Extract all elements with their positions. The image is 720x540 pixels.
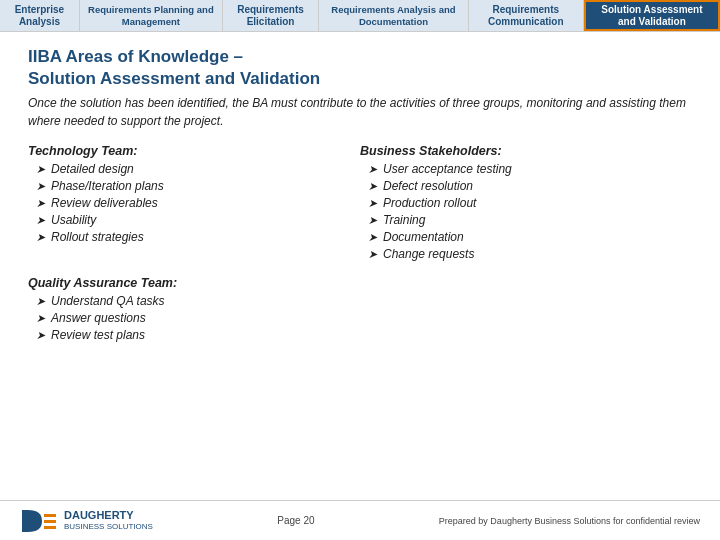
- intro-paragraph: Once the solution has been identified, t…: [28, 94, 692, 130]
- nav-label-req-elicit: Requirements Elicitation: [231, 4, 310, 28]
- svg-rect-0: [22, 510, 28, 532]
- nav-item-req-elicit[interactable]: Requirements Elicitation: [223, 0, 319, 31]
- list-item: ➤ Usability: [28, 213, 360, 227]
- arrow-icon: ➤: [36, 312, 45, 325]
- svg-rect-3: [44, 514, 56, 517]
- main-content: IIBA Areas of Knowledge – Solution Asses…: [0, 32, 720, 355]
- list-item: ➤ Documentation: [360, 230, 692, 244]
- arrow-icon: ➤: [36, 214, 45, 227]
- arrow-icon: ➤: [368, 163, 377, 176]
- footer-prepared-by: Prepared by Daugherty Business Solutions…: [439, 516, 700, 526]
- list-item: ➤ Phase/Iteration plans: [28, 179, 360, 193]
- logo-text-group: DAUGHERTY BUSINESS SOLUTIONS: [64, 509, 153, 532]
- arrow-icon: ➤: [36, 197, 45, 210]
- list-item: ➤ Detailed design: [28, 162, 360, 176]
- technology-team-col: Technology Team: ➤ Detailed design ➤ Pha…: [28, 144, 360, 264]
- list-item: ➤ Defect resolution: [360, 179, 692, 193]
- technology-team-title: Technology Team:: [28, 144, 360, 158]
- arrow-icon: ➤: [36, 329, 45, 342]
- business-stakeholders-title: Business Stakeholders:: [360, 144, 692, 158]
- logo-line2: BUSINESS SOLUTIONS: [64, 522, 153, 532]
- list-item: ➤ Change requests: [360, 247, 692, 261]
- nav-label-req-comm: Requirements Communication: [477, 4, 575, 28]
- list-item: ➤ Training: [360, 213, 692, 227]
- arrow-icon: ➤: [368, 197, 377, 210]
- list-item: ➤ Rollout strategies: [28, 230, 360, 244]
- page-title: IIBA Areas of Knowledge – Solution Asses…: [28, 46, 692, 90]
- footer-logo: DAUGHERTY BUSINESS SOLUTIONS: [20, 506, 153, 536]
- arrow-icon: ➤: [368, 214, 377, 227]
- arrow-icon: ➤: [36, 163, 45, 176]
- logo-line1: DAUGHERTY: [64, 509, 153, 522]
- qa-team-section: Quality Assurance Team: ➤ Understand QA …: [28, 276, 692, 342]
- nav-label-solution: Solution Assessment and Validation: [594, 4, 710, 28]
- list-item: ➤ Production rollout: [360, 196, 692, 210]
- main-columns: Technology Team: ➤ Detailed design ➤ Pha…: [28, 144, 692, 264]
- nav-item-req-planning[interactable]: Requirements Planning and Management: [80, 0, 223, 31]
- nav-item-enterprise[interactable]: Enterprise Analysis: [0, 0, 80, 31]
- nav-label-req-planning: Requirements Planning and Management: [88, 4, 214, 27]
- nav-label-enterprise: Enterprise Analysis: [8, 4, 71, 28]
- navigation-bar: Enterprise Analysis Requirements Plannin…: [0, 0, 720, 32]
- arrow-icon: ➤: [36, 295, 45, 308]
- nav-item-solution[interactable]: Solution Assessment and Validation: [584, 0, 720, 31]
- arrow-icon: ➤: [368, 248, 377, 261]
- list-item: ➤ Understand QA tasks: [28, 294, 692, 308]
- svg-rect-1: [44, 520, 56, 523]
- qa-team-title: Quality Assurance Team:: [28, 276, 692, 290]
- footer-page-label: Page 20: [277, 515, 314, 526]
- business-stakeholders-col: Business Stakeholders: ➤ User acceptance…: [360, 144, 692, 264]
- list-item: ➤ Answer questions: [28, 311, 692, 325]
- svg-rect-2: [44, 526, 56, 529]
- list-item: ➤ User acceptance testing: [360, 162, 692, 176]
- footer: DAUGHERTY BUSINESS SOLUTIONS Page 20 Pre…: [0, 500, 720, 540]
- nav-item-req-comm[interactable]: Requirements Communication: [469, 0, 584, 31]
- arrow-icon: ➤: [36, 231, 45, 244]
- nav-item-req-analysis[interactable]: Requirements Analysis and Documentation: [319, 0, 469, 31]
- arrow-icon: ➤: [368, 231, 377, 244]
- nav-label-req-analysis: Requirements Analysis and Documentation: [327, 4, 460, 27]
- list-item: ➤ Review deliverables: [28, 196, 360, 210]
- arrow-icon: ➤: [368, 180, 377, 193]
- list-item: ➤ Review test plans: [28, 328, 692, 342]
- logo-svg: [20, 506, 58, 536]
- arrow-icon: ➤: [36, 180, 45, 193]
